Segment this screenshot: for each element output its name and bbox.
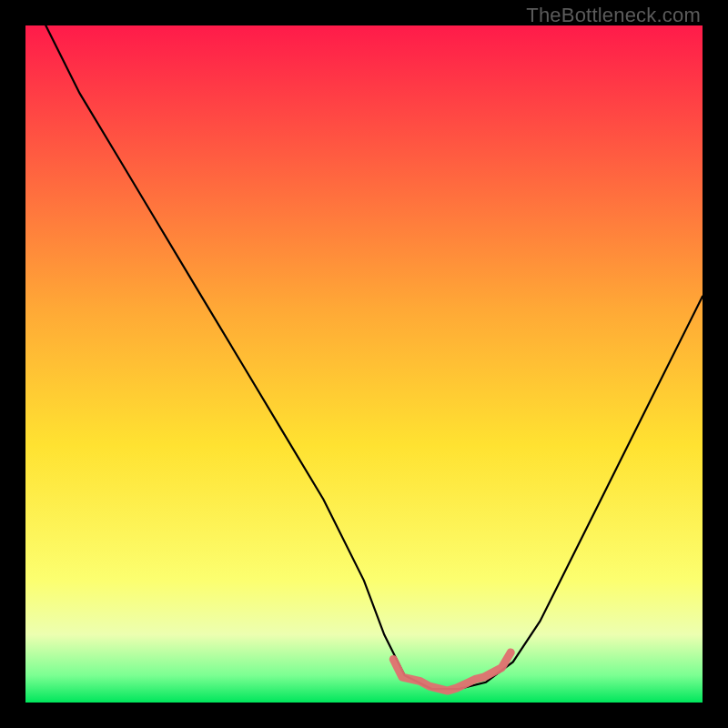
chart-frame xyxy=(25,25,703,703)
bottleneck-chart xyxy=(25,25,703,703)
watermark-text: TheBottleneck.com xyxy=(526,4,701,27)
gradient-background xyxy=(25,25,703,703)
